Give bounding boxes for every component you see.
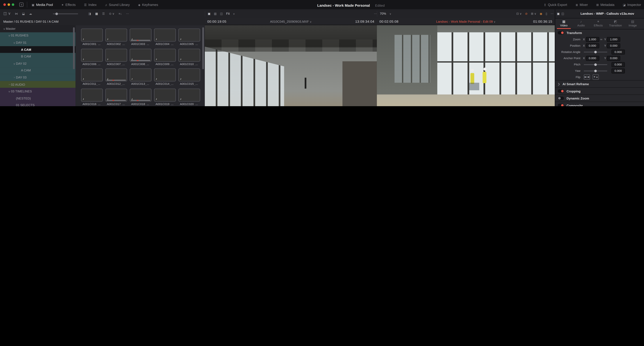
workspace-toggle-keyframes[interactable]: ◈Keyframes (134, 0, 162, 9)
flip-vertical-button[interactable]: ▼▲ (592, 74, 599, 80)
media-clip-A001C010[interactable]: ♪A001C010_... (178, 49, 200, 65)
bin-item-master[interactable]: ∨Master (0, 25, 76, 32)
media-clip-A001C002[interactable]: ♪A001C002_... (105, 29, 126, 45)
section-toggle[interactable] (558, 89, 564, 93)
bin-item-01-selects[interactable]: 01 SELECTS (0, 102, 76, 106)
param-value-field[interactable]: 0.000 (612, 62, 625, 67)
bin-item--nested-[interactable]: (NESTED) (0, 95, 76, 102)
media-grid-scrollbar[interactable] (202, 27, 204, 69)
panel-collapse-icon[interactable]: ∨ (19, 3, 24, 7)
panel-toggle-quick-export[interactable]: ↥Quick Export (540, 0, 571, 9)
source-zoom-dropdown[interactable]: Fit (226, 12, 230, 16)
media-clip-A001C011[interactable]: ♪A001C011_... (81, 69, 102, 85)
x-value-field[interactable]: 0.000 (586, 43, 599, 48)
param-value-field[interactable]: 0.000 (612, 68, 625, 73)
media-clip-A001C012[interactable]: ♪A001C012_... (105, 69, 126, 85)
media-clip-A001C008[interactable]: ♪A001C008_... (130, 49, 151, 65)
bin-arrow-icon[interactable]: › (12, 76, 16, 79)
param-slider[interactable] (584, 52, 607, 52)
media-clip-A001C015[interactable]: ♪A001C015_... (178, 69, 200, 85)
media-clip-A001C006[interactable]: ♪A001C006_... (81, 49, 102, 65)
param-slider[interactable] (584, 70, 607, 71)
media-clip-A001C016[interactable]: ♪A001C016_... (81, 88, 102, 105)
panel-toggle-inspector[interactable]: ◪Inspector (619, 0, 644, 9)
thumb-size-slider[interactable] (53, 13, 78, 14)
section-toggle[interactable] (558, 97, 564, 100)
tab-image[interactable]: ▤Image (624, 19, 641, 29)
filmstrip-view-icon[interactable]: ▥ (214, 12, 217, 15)
device-preview-icon[interactable]: ▯ (546, 12, 547, 15)
tab-audio[interactable]: ♪Audio (572, 19, 590, 29)
tab-video[interactable]: ▦Video (555, 19, 572, 29)
bin-arrow-icon[interactable]: ∨ (8, 90, 11, 93)
media-pool-options-icon[interactable]: ⋯ (126, 12, 129, 15)
search-icon[interactable]: ⊙ ∨ (109, 12, 114, 15)
timeline-name-dropdown[interactable]: Landsec - Work Made Personal - Edit 09 ∨ (436, 20, 496, 23)
x-value-field[interactable]: 1.000 (586, 37, 599, 42)
bin-arrow-icon[interactable]: ∨ (12, 62, 16, 65)
image-view-icon[interactable]: ▣ (208, 12, 210, 15)
bin-arrow-icon[interactable]: › (8, 83, 11, 86)
workspace-toggle-effects[interactable]: ✶Effects (57, 0, 80, 9)
param-value-field[interactable]: 0.000 (612, 49, 625, 54)
timeline-viewer[interactable]: ▶| (377, 25, 555, 106)
link-icon[interactable]: ∞ (599, 38, 604, 41)
bin-arrow-icon[interactable]: ∨ (12, 41, 16, 44)
media-clip-A001C019[interactable]: ♪A001C019_... (154, 88, 175, 105)
color-wheel-icon[interactable]: ◉ (540, 12, 542, 15)
workspace-toggle-index[interactable]: ☰Index (80, 0, 101, 9)
bin-item-day-03[interactable]: ›DAY 03 (0, 74, 76, 81)
breadcrumb[interactable]: Master / 01 RUSHES / DAY 01 / A CAM (0, 20, 58, 24)
zoom-tool-icon[interactable]: ⊞ ∨ (531, 12, 536, 15)
window-controls[interactable] (0, 3, 16, 6)
x-value-field[interactable]: 0.000 (586, 56, 599, 61)
metadata-view-icon[interactable]: ◨ (88, 12, 91, 15)
tab-effects[interactable]: ✶Effects (590, 19, 607, 29)
panel-toggle-metadata[interactable]: ⊞Metadata (592, 0, 619, 9)
bin-scrollbar[interactable] (73, 27, 75, 69)
minimize-window-button[interactable] (8, 3, 10, 6)
media-clip-A001C013[interactable]: ♪A001C013_... (130, 69, 151, 85)
expand-icon[interactable]: › (558, 80, 560, 88)
timeline-zoom-dropdown[interactable]: 70% (380, 12, 386, 16)
bin-item-02-audio[interactable]: ›02 AUDIO (0, 81, 76, 88)
workspace-toggle-media-pool[interactable]: ▣Media Pool (28, 0, 57, 9)
source-options-icon[interactable]: ⋯ (374, 12, 377, 15)
bin-item-b-cam[interactable]: B CAM (0, 53, 76, 60)
bin-arrow-icon[interactable]: ∨ (8, 34, 11, 37)
param-slider[interactable] (584, 64, 607, 65)
media-clip-A001C003[interactable]: ♪A001C003_... (130, 29, 151, 45)
source-clip-name-dropdown[interactable]: A010C045_250909G5.MXF ∨ (270, 20, 312, 23)
thumbnail-view-icon[interactable]: ▦ (95, 12, 98, 15)
workspace-toggle-sound-library[interactable]: ♫Sound Library (101, 0, 134, 9)
viewer-options-icon[interactable]: ⋯ (550, 12, 554, 15)
close-window-button[interactable] (3, 3, 6, 6)
media-clip-A001C018[interactable]: ♪A001C018_... (130, 88, 151, 105)
bypass-grades-icon[interactable]: ⊡ ∨ (516, 12, 522, 15)
panel-toggle-mixer[interactable]: ≣Mixer (571, 0, 592, 9)
cloud-icon[interactable]: ☁ (29, 12, 32, 15)
usage-filter-icon[interactable]: ⋈ (15, 12, 18, 15)
y-value-field[interactable]: 1.000 (607, 37, 620, 42)
tab-transition[interactable]: ◩Transition (607, 19, 624, 29)
bin-list-toggle-icon[interactable]: ◫ ∨ (3, 12, 11, 16)
media-clip-A001C014[interactable]: ♪A001C014_... (154, 69, 175, 85)
media-clip-A001C017[interactable]: ♪A001C017_... (105, 88, 126, 105)
flip-horizontal-button[interactable]: ▶|◀ (584, 74, 590, 80)
proxy-icon[interactable]: ⊘ (525, 12, 528, 15)
media-clip-A001C009[interactable]: ♪A001C009_... (154, 49, 175, 65)
bin-item-a-cam[interactable]: A CAM (0, 67, 76, 74)
media-clip-A001C007[interactable]: ♪A001C007_... (105, 49, 126, 65)
tab-file[interactable]: ▧File (641, 19, 644, 29)
source-viewer[interactable] (205, 25, 377, 106)
bin-item-a-cam[interactable]: A CAM (0, 46, 76, 53)
section-toggle[interactable] (558, 104, 564, 106)
bin-item-day-02[interactable]: ∨DAY 02 (0, 60, 76, 67)
y-value-field[interactable]: 0.000 (607, 56, 620, 61)
media-clip-A001C001[interactable]: ♪A001C001_... (81, 29, 102, 45)
stills-icon[interactable]: ⬓ (22, 12, 25, 15)
sort-icon[interactable]: ≡↓ (118, 12, 122, 15)
bin-item-day-01[interactable]: ∨DAY 01 (0, 39, 76, 46)
y-value-field[interactable]: 0.000 (607, 43, 620, 48)
media-clip-A001C005[interactable]: ♪A001C005_... (178, 29, 200, 45)
